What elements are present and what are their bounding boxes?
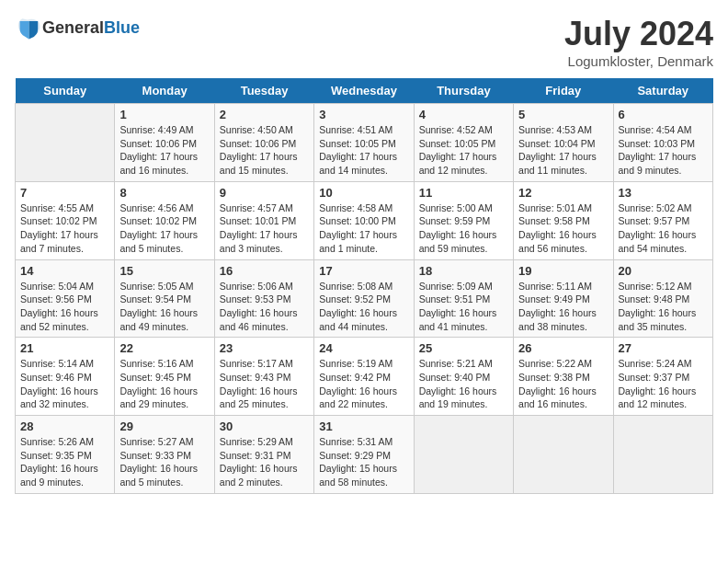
weekday-wednesday: Wednesday — [314, 78, 414, 104]
calendar-week-2: 7Sunrise: 4:55 AM Sunset: 10:02 PM Dayli… — [16, 181, 713, 259]
day-number: 8 — [119, 186, 209, 200]
day-number: 4 — [419, 108, 508, 121]
day-info: Sunrise: 5:11 AM Sunset: 9:49 PM Dayligh… — [518, 280, 608, 334]
day-info: Sunrise: 5:09 AM Sunset: 9:51 PM Dayligh… — [419, 280, 508, 334]
calendar-subtitle: Logumkloster, Denmark — [564, 53, 713, 69]
day-info: Sunrise: 4:51 AM Sunset: 10:05 PM Daylig… — [319, 123, 408, 178]
day-info: Sunrise: 5:02 AM Sunset: 9:57 PM Dayligh… — [619, 201, 708, 256]
calendar-cell: 3Sunrise: 4:51 AM Sunset: 10:05 PM Dayli… — [314, 104, 414, 182]
calendar-cell: 16Sunrise: 5:06 AM Sunset: 9:53 PM Dayli… — [214, 259, 313, 338]
weekday-saturday: Saturday — [613, 78, 712, 104]
weekday-sunday: Sunday — [16, 78, 115, 104]
calendar-cell: 27Sunrise: 5:24 AM Sunset: 9:37 PM Dayli… — [613, 338, 712, 416]
calendar-cell: 1Sunrise: 4:49 AM Sunset: 10:06 PM Dayli… — [115, 104, 214, 182]
day-number: 18 — [419, 264, 508, 278]
weekday-friday: Friday — [514, 78, 613, 104]
calendar-cell: 23Sunrise: 5:17 AM Sunset: 9:43 PM Dayli… — [214, 338, 313, 416]
day-number: 6 — [619, 108, 708, 121]
title-block: July 2024 Logumkloster, Denmark — [564, 15, 713, 69]
day-number: 31 — [319, 419, 408, 433]
weekday-monday: Monday — [115, 78, 214, 104]
day-info: Sunrise: 4:55 AM Sunset: 10:02 PM Daylig… — [20, 201, 109, 256]
day-number: 3 — [319, 108, 408, 121]
calendar-header: GeneralBlue July 2024 Logumkloster, Denm… — [15, 15, 713, 69]
day-number: 26 — [518, 341, 608, 355]
calendar-week-5: 28Sunrise: 5:26 AM Sunset: 9:35 PM Dayli… — [16, 416, 713, 494]
calendar-cell: 30Sunrise: 5:29 AM Sunset: 9:31 PM Dayli… — [214, 416, 313, 494]
weekday-tuesday: Tuesday — [214, 78, 313, 104]
calendar-cell: 13Sunrise: 5:02 AM Sunset: 9:57 PM Dayli… — [613, 181, 712, 259]
day-info: Sunrise: 5:12 AM Sunset: 9:48 PM Dayligh… — [619, 280, 708, 334]
day-number: 23 — [220, 341, 309, 355]
day-number: 10 — [319, 186, 408, 200]
weekday-header-row: SundayMondayTuesdayWednesdayThursdayFrid… — [16, 78, 713, 104]
calendar-cell: 20Sunrise: 5:12 AM Sunset: 9:48 PM Dayli… — [613, 259, 712, 338]
day-number: 24 — [319, 341, 408, 355]
calendar-cell: 25Sunrise: 5:21 AM Sunset: 9:40 PM Dayli… — [414, 338, 513, 416]
calendar-table: SundayMondayTuesdayWednesdayThursdayFrid… — [15, 78, 713, 494]
calendar-cell: 2Sunrise: 4:50 AM Sunset: 10:06 PM Dayli… — [214, 104, 313, 182]
calendar-cell: 19Sunrise: 5:11 AM Sunset: 9:49 PM Dayli… — [514, 259, 613, 338]
calendar-cell: 17Sunrise: 5:08 AM Sunset: 9:52 PM Dayli… — [314, 259, 414, 338]
day-info: Sunrise: 5:05 AM Sunset: 9:54 PM Dayligh… — [119, 280, 209, 334]
day-info: Sunrise: 4:49 AM Sunset: 10:06 PM Daylig… — [119, 123, 209, 178]
day-number: 25 — [419, 341, 508, 355]
day-info: Sunrise: 5:06 AM Sunset: 9:53 PM Dayligh… — [220, 280, 309, 334]
day-number: 15 — [119, 264, 209, 278]
day-number: 22 — [119, 341, 209, 355]
calendar-cell: 11Sunrise: 5:00 AM Sunset: 9:59 PM Dayli… — [414, 181, 513, 259]
day-info: Sunrise: 5:26 AM Sunset: 9:35 PM Dayligh… — [20, 435, 109, 489]
day-info: Sunrise: 5:31 AM Sunset: 9:29 PM Dayligh… — [319, 435, 408, 489]
day-info: Sunrise: 5:04 AM Sunset: 9:56 PM Dayligh… — [20, 280, 109, 334]
day-number: 17 — [319, 264, 408, 278]
calendar-cell: 14Sunrise: 5:04 AM Sunset: 9:56 PM Dayli… — [16, 259, 115, 338]
calendar-title: July 2024 — [564, 15, 713, 53]
day-info: Sunrise: 5:24 AM Sunset: 9:37 PM Dayligh… — [619, 357, 708, 411]
calendar-cell: 10Sunrise: 4:58 AM Sunset: 10:00 PM Dayl… — [314, 181, 414, 259]
calendar-cell: 31Sunrise: 5:31 AM Sunset: 9:29 PM Dayli… — [314, 416, 414, 494]
day-info: Sunrise: 5:22 AM Sunset: 9:38 PM Dayligh… — [518, 357, 608, 411]
day-info: Sunrise: 4:57 AM Sunset: 10:01 PM Daylig… — [220, 201, 309, 256]
day-info: Sunrise: 4:52 AM Sunset: 10:05 PM Daylig… — [419, 123, 508, 178]
day-number: 16 — [220, 264, 309, 278]
day-info: Sunrise: 4:56 AM Sunset: 10:02 PM Daylig… — [119, 201, 209, 256]
calendar-cell: 26Sunrise: 5:22 AM Sunset: 9:38 PM Dayli… — [514, 338, 613, 416]
day-info: Sunrise: 5:08 AM Sunset: 9:52 PM Dayligh… — [319, 280, 408, 334]
calendar-cell: 24Sunrise: 5:19 AM Sunset: 9:42 PM Dayli… — [314, 338, 414, 416]
day-info: Sunrise: 5:01 AM Sunset: 9:58 PM Dayligh… — [518, 201, 608, 256]
day-number: 13 — [619, 186, 708, 200]
day-info: Sunrise: 5:21 AM Sunset: 9:40 PM Dayligh… — [419, 357, 508, 411]
day-info: Sunrise: 4:53 AM Sunset: 10:04 PM Daylig… — [518, 123, 608, 178]
day-info: Sunrise: 5:00 AM Sunset: 9:59 PM Dayligh… — [419, 201, 508, 256]
day-number: 27 — [619, 341, 708, 355]
logo: GeneralBlue — [15, 15, 140, 40]
day-info: Sunrise: 5:29 AM Sunset: 9:31 PM Dayligh… — [220, 435, 309, 489]
calendar-cell: 9Sunrise: 4:57 AM Sunset: 10:01 PM Dayli… — [214, 181, 313, 259]
day-number: 14 — [20, 264, 109, 278]
calendar-cell — [16, 104, 115, 182]
calendar-cell — [414, 416, 513, 494]
calendar-cell: 29Sunrise: 5:27 AM Sunset: 9:33 PM Dayli… — [115, 416, 214, 494]
day-number: 20 — [619, 264, 708, 278]
calendar-cell: 22Sunrise: 5:16 AM Sunset: 9:45 PM Dayli… — [115, 338, 214, 416]
day-number: 29 — [119, 419, 209, 433]
calendar-cell: 12Sunrise: 5:01 AM Sunset: 9:58 PM Dayli… — [514, 181, 613, 259]
day-number: 11 — [419, 186, 508, 200]
logo-text: GeneralBlue — [42, 18, 140, 38]
logo-general: General — [42, 18, 104, 37]
day-info: Sunrise: 5:27 AM Sunset: 9:33 PM Dayligh… — [119, 435, 209, 489]
day-number: 28 — [20, 419, 109, 433]
calendar-cell: 15Sunrise: 5:05 AM Sunset: 9:54 PM Dayli… — [115, 259, 214, 338]
day-info: Sunrise: 5:19 AM Sunset: 9:42 PM Dayligh… — [319, 357, 408, 411]
calendar-cell: 18Sunrise: 5:09 AM Sunset: 9:51 PM Dayli… — [414, 259, 513, 338]
day-info: Sunrise: 4:50 AM Sunset: 10:06 PM Daylig… — [220, 123, 309, 178]
calendar-cell: 21Sunrise: 5:14 AM Sunset: 9:46 PM Dayli… — [16, 338, 115, 416]
day-number: 2 — [220, 108, 309, 121]
logo-blue: Blue — [104, 18, 140, 37]
day-number: 19 — [518, 264, 608, 278]
weekday-thursday: Thursday — [414, 78, 513, 104]
day-number: 7 — [20, 186, 109, 200]
day-info: Sunrise: 5:16 AM Sunset: 9:45 PM Dayligh… — [119, 357, 209, 411]
calendar-week-4: 21Sunrise: 5:14 AM Sunset: 9:46 PM Dayli… — [16, 338, 713, 416]
calendar-cell: 28Sunrise: 5:26 AM Sunset: 9:35 PM Dayli… — [16, 416, 115, 494]
